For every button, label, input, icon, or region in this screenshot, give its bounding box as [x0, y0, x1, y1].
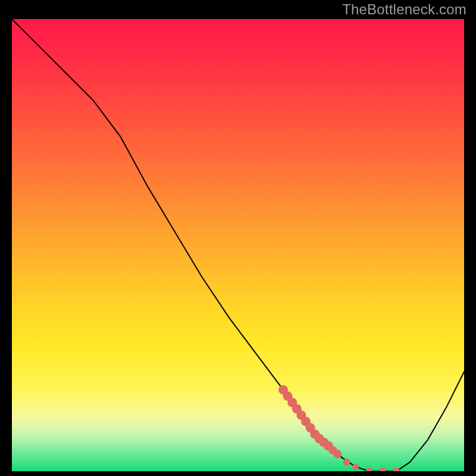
chart-overlay [12, 19, 464, 471]
highlight-marker [333, 450, 342, 458]
chart-frame: TheBottleneck.com [0, 0, 476, 476]
highlight-marker [343, 459, 350, 466]
highlight-marker [393, 468, 399, 472]
chart-plot-area [12, 19, 464, 471]
highlight-marker [380, 468, 386, 472]
highlight-markers [278, 385, 399, 471]
bottleneck-curve [12, 19, 464, 471]
highlight-marker [366, 468, 372, 472]
watermark-text: TheBottleneck.com [342, 1, 466, 18]
highlight-marker [353, 464, 359, 469]
